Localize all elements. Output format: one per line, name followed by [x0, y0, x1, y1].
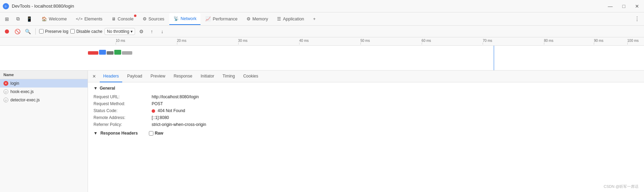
maximize-button[interactable]: □ — [620, 3, 627, 10]
tab-welcome-label: Welcome — [49, 17, 67, 21]
chart-bar-green — [114, 50, 121, 55]
file-name-hook-exec: hook-exec.js — [10, 89, 34, 94]
tab-memory-label: Memory — [252, 17, 268, 21]
minimize-button[interactable]: — — [606, 3, 615, 10]
preserve-log-text: Preserve log — [45, 29, 68, 34]
add-tab-icon: + — [313, 17, 315, 21]
tab-performance[interactable]: 📈 Performance — [201, 13, 242, 25]
file-status-js-icon-2: js — [3, 98, 8, 102]
tab-memory[interactable]: ⚙ Memory — [242, 13, 272, 25]
detach-button[interactable]: ⧉ — [13, 14, 23, 24]
detail-tab-timing[interactable]: Timing — [219, 71, 239, 82]
chart-bar-gray — [107, 51, 114, 55]
tab-application-label: Application — [283, 17, 304, 21]
request-url-value: http://localhost:8080/login — [152, 94, 199, 99]
response-headers-section[interactable]: ▼ Response Headers Raw — [93, 131, 638, 136]
main-content: Name ✕ login js hook-exec.js js detector… — [0, 71, 644, 192]
file-list-header: Name — [0, 71, 88, 79]
chart-bar-red — [88, 51, 98, 55]
detail-tab-payload-label: Payload — [127, 74, 142, 79]
detail-tab-headers-label: Headers — [103, 74, 119, 79]
record-button[interactable] — [3, 27, 11, 36]
network-icon: 📡 — [173, 16, 179, 21]
remote-address-label: Remote Address: — [93, 115, 149, 120]
tick-10ms: 10 ms — [116, 39, 125, 43]
file-item-hook-exec[interactable]: js hook-exec.js — [0, 88, 88, 96]
tab-network[interactable]: 📡 Network — [169, 13, 201, 25]
status-code-label: Status Code: — [93, 108, 149, 113]
details-panel: × Headers Payload Preview Response Initi… — [88, 71, 644, 192]
detail-tab-preview-label: Preview — [151, 74, 166, 79]
tab-application[interactable]: ☰ Application — [273, 13, 308, 25]
more-options-button[interactable]: ⋮ — [632, 14, 642, 24]
import-button[interactable]: ↓ — [158, 27, 166, 36]
close-button[interactable]: ✕ — [633, 3, 641, 10]
disable-cache-text: Disable cache — [76, 29, 102, 34]
svg-point-2 — [5, 29, 9, 34]
detail-row-request-method: Request Method: POST — [93, 100, 638, 107]
file-list-panel: Name ✕ login js hook-exec.js js detector… — [0, 71, 88, 192]
tick-80ms: 80 ms — [544, 39, 553, 43]
preserve-log-label[interactable]: Preserve log — [39, 29, 68, 34]
detail-tab-response[interactable]: Response — [170, 71, 196, 82]
timeline-header: 10 ms 20 ms 30 ms 40 ms 50 ms 60 ms 70 m… — [0, 37, 644, 46]
tick-30ms: 30 ms — [238, 39, 248, 43]
request-method-value: POST — [152, 101, 163, 106]
chart-bar-gray2 — [122, 51, 132, 55]
detail-tab-preview[interactable]: Preview — [147, 71, 169, 82]
detail-tab-cookies[interactable]: Cookies — [240, 71, 261, 82]
details-content: ▼ General Request URL: http://localhost:… — [88, 82, 644, 192]
file-item-login[interactable]: ✕ login — [0, 79, 88, 88]
performance-icon: 📈 — [205, 16, 211, 21]
tab-console[interactable]: 🖥 Console — [107, 13, 138, 25]
details-tab-bar: × Headers Payload Preview Response Initi… — [88, 71, 644, 82]
network-settings-button[interactable]: ⚙ — [137, 27, 145, 36]
mobile-toggle-button[interactable]: 📱 — [24, 14, 34, 24]
file-item-detector-exec[interactable]: js detector-exec.js — [0, 96, 88, 104]
tab-network-label: Network — [181, 16, 197, 21]
export-button[interactable]: ↑ — [147, 27, 156, 36]
disable-cache-label[interactable]: Disable cache — [70, 29, 102, 34]
file-name-detector-exec: detector-exec.js — [10, 98, 40, 102]
tick-20ms: 20 ms — [177, 39, 186, 43]
detail-tab-response-label: Response — [173, 74, 192, 79]
tab-sources-label: Sources — [149, 17, 164, 21]
tick-50ms: 50 ms — [360, 39, 370, 43]
tick-90ms: 90 ms — [594, 39, 603, 43]
tab-add[interactable]: + — [309, 13, 320, 25]
request-method-label: Request Method: — [93, 101, 149, 106]
filter-button[interactable]: 🔍 — [24, 27, 32, 36]
detail-tab-initiator-label: Initiator — [200, 74, 214, 79]
detail-tab-payload[interactable]: Payload — [124, 71, 145, 82]
raw-checkbox-label[interactable]: Raw — [149, 131, 163, 136]
remote-address-value: [::1]:8080 — [152, 115, 169, 120]
toolbar-separator-1 — [35, 28, 36, 35]
detail-tab-cookies-label: Cookies — [243, 74, 258, 79]
tab-sources[interactable]: ⚙ Sources — [138, 13, 169, 25]
throttle-select[interactable]: No throttling ▾ — [105, 28, 135, 35]
preserve-log-checkbox[interactable] — [39, 29, 44, 34]
detail-tab-headers[interactable]: Headers — [100, 71, 122, 82]
console-icon: 🖥 — [111, 17, 116, 21]
new-tab-button[interactable]: ⊞ — [2, 14, 12, 24]
tick-40ms: 40 ms — [299, 39, 308, 43]
raw-checkbox[interactable] — [149, 131, 153, 136]
detail-row-referrer-policy: Referrer Policy: strict-origin-when-cros… — [93, 121, 638, 128]
general-section-header[interactable]: ▼ General — [93, 86, 638, 91]
chart-bar-blue — [99, 50, 106, 55]
file-status-js-icon-1: js — [3, 89, 8, 94]
request-url-label: Request URL: — [93, 94, 149, 99]
response-headers-label: Response Headers — [100, 131, 138, 136]
tab-welcome[interactable]: 🏠 Welcome — [37, 13, 71, 25]
clear-button[interactable]: 🚫 — [13, 27, 21, 36]
elements-icon: </> — [76, 17, 83, 21]
referrer-policy-value: strict-origin-when-cross-origin — [152, 122, 206, 127]
network-toolbar: 🚫 🔍 Preserve log Disable cache No thrott… — [0, 26, 644, 37]
tab-performance-label: Performance — [213, 17, 238, 21]
tab-elements[interactable]: </> Elements — [72, 13, 107, 25]
detail-tab-timing-label: Timing — [223, 74, 235, 79]
detail-tab-initiator[interactable]: Initiator — [197, 71, 217, 82]
disable-cache-checkbox[interactable] — [70, 29, 75, 34]
status-code-value: 404 Not Found — [152, 108, 185, 113]
details-close-button[interactable]: × — [90, 72, 98, 81]
